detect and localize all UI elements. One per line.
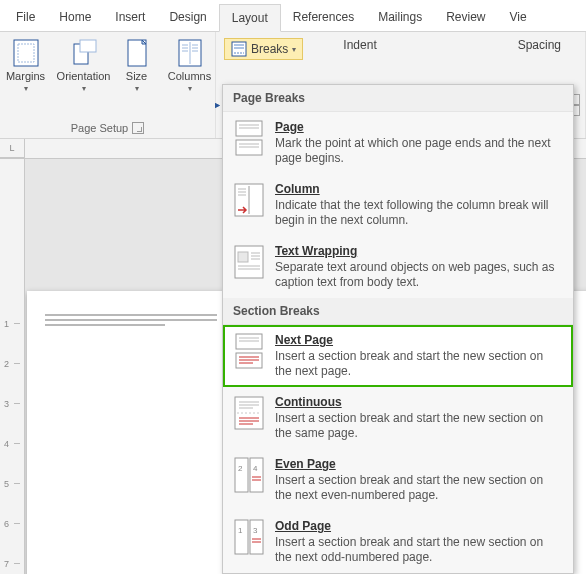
breaks-dropdown: Page Breaks ▸ Page Mark the point at whi… bbox=[222, 84, 574, 574]
menu-item-title: Text Wrapping bbox=[275, 244, 563, 258]
ruler-vertical[interactable]: 1 2 3 4 5 6 7 bbox=[0, 159, 25, 574]
menu-item-desc: Insert a section break and start the new… bbox=[275, 411, 563, 441]
ribbon: Margins ▾ Orientation ▾ Size ▾ bbox=[0, 32, 586, 139]
margins-icon bbox=[12, 38, 40, 68]
menu-item-title: Page bbox=[275, 120, 563, 134]
size-button[interactable]: Size ▾ bbox=[116, 36, 158, 95]
odd-page-icon: 13 bbox=[233, 519, 265, 555]
menu-item-desc: Separate text around objects on web page… bbox=[275, 260, 563, 290]
orientation-button[interactable]: Orientation ▾ bbox=[58, 36, 110, 95]
even-page-icon: 24 bbox=[233, 457, 265, 493]
menu-item-title: Column bbox=[275, 182, 563, 196]
svg-text:1: 1 bbox=[238, 526, 243, 535]
tab-review[interactable]: Review bbox=[434, 4, 497, 31]
menu-item-desc: Insert a section break and start the new… bbox=[275, 349, 563, 379]
page-breaks-header: Page Breaks bbox=[223, 85, 573, 112]
menu-item-text-wrapping[interactable]: Text Wrapping Separate text around objec… bbox=[223, 236, 573, 298]
tab-insert[interactable]: Insert bbox=[103, 4, 157, 31]
spacing-label: Spacing bbox=[518, 38, 561, 60]
menu-item-page[interactable]: ▸ Page Mark the point at which one page … bbox=[223, 112, 573, 174]
breaks-button[interactable]: Breaks ▾ bbox=[224, 38, 303, 60]
tab-view[interactable]: Vie bbox=[498, 4, 539, 31]
group-page-setup: Margins ▾ Orientation ▾ Size ▾ bbox=[0, 32, 216, 138]
ruler-corner: L bbox=[0, 139, 25, 158]
tab-layout[interactable]: Layout bbox=[219, 4, 281, 32]
menu-item-column[interactable]: Column Indicate that the text following … bbox=[223, 174, 573, 236]
svg-text:2: 2 bbox=[238, 464, 243, 473]
column-break-icon bbox=[233, 182, 265, 218]
chevron-down-icon: ▾ bbox=[82, 84, 86, 93]
continuous-icon bbox=[233, 395, 265, 431]
svg-text:3: 3 bbox=[253, 526, 258, 535]
orientation-label: Orientation bbox=[57, 70, 111, 82]
menu-item-desc: Mark the point at which one page ends an… bbox=[275, 136, 563, 166]
group-title-page-setup: Page Setup bbox=[71, 120, 145, 138]
indent-label: Indent bbox=[343, 38, 376, 60]
columns-button[interactable]: Columns ▾ bbox=[164, 36, 216, 95]
margins-label: Margins bbox=[6, 70, 45, 82]
menu-item-desc: Indicate that the text following the col… bbox=[275, 198, 563, 228]
chevron-down-icon: ▾ bbox=[292, 45, 296, 54]
menu-item-even-page[interactable]: 24 Even Page Insert a section break and … bbox=[223, 449, 573, 511]
size-icon bbox=[125, 38, 149, 68]
submenu-arrow-icon: ▸ bbox=[215, 99, 220, 110]
svg-rect-13 bbox=[232, 42, 246, 56]
next-page-icon bbox=[233, 333, 265, 369]
svg-text:4: 4 bbox=[253, 464, 258, 473]
menu-item-odd-page[interactable]: 13 Odd Page Insert a section break and s… bbox=[223, 511, 573, 573]
dialog-launcher-icon[interactable] bbox=[132, 122, 144, 134]
chevron-down-icon: ▾ bbox=[24, 84, 28, 93]
page-setup-title-text: Page Setup bbox=[71, 122, 129, 134]
menu-item-title: Next Page bbox=[275, 333, 563, 347]
columns-label: Columns bbox=[168, 70, 211, 82]
chevron-down-icon: ▾ bbox=[188, 84, 192, 93]
breaks-icon bbox=[231, 41, 247, 57]
chevron-down-icon: ▾ bbox=[135, 84, 139, 93]
menu-item-title: Odd Page bbox=[275, 519, 563, 533]
svg-rect-3 bbox=[80, 40, 96, 52]
menu-item-desc: Insert a section break and start the new… bbox=[275, 535, 563, 565]
tab-design[interactable]: Design bbox=[157, 4, 218, 31]
columns-icon bbox=[177, 38, 203, 68]
menu-item-next-page[interactable]: ▸ Next Page Insert a section break and s… bbox=[223, 325, 573, 387]
document-page bbox=[27, 291, 235, 574]
margins-button[interactable]: Margins ▾ bbox=[0, 36, 52, 95]
breaks-label: Breaks bbox=[251, 42, 288, 56]
size-label: Size bbox=[126, 70, 147, 82]
section-breaks-header: Section Breaks bbox=[223, 298, 573, 325]
ribbon-tabs: File Home Insert Design Layout Reference… bbox=[0, 0, 586, 32]
menu-item-continuous[interactable]: Continuous Insert a section break and st… bbox=[223, 387, 573, 449]
text-wrapping-icon bbox=[233, 244, 265, 280]
tab-mailings[interactable]: Mailings bbox=[366, 4, 434, 31]
tab-home[interactable]: Home bbox=[47, 4, 103, 31]
page-break-icon bbox=[233, 120, 265, 156]
menu-item-title: Continuous bbox=[275, 395, 563, 409]
tab-references[interactable]: References bbox=[281, 4, 366, 31]
svg-rect-29 bbox=[238, 252, 248, 262]
menu-item-title: Even Page bbox=[275, 457, 563, 471]
orientation-icon bbox=[70, 38, 98, 68]
menu-item-desc: Insert a section break and start the new… bbox=[275, 473, 563, 503]
tab-file[interactable]: File bbox=[4, 4, 47, 31]
